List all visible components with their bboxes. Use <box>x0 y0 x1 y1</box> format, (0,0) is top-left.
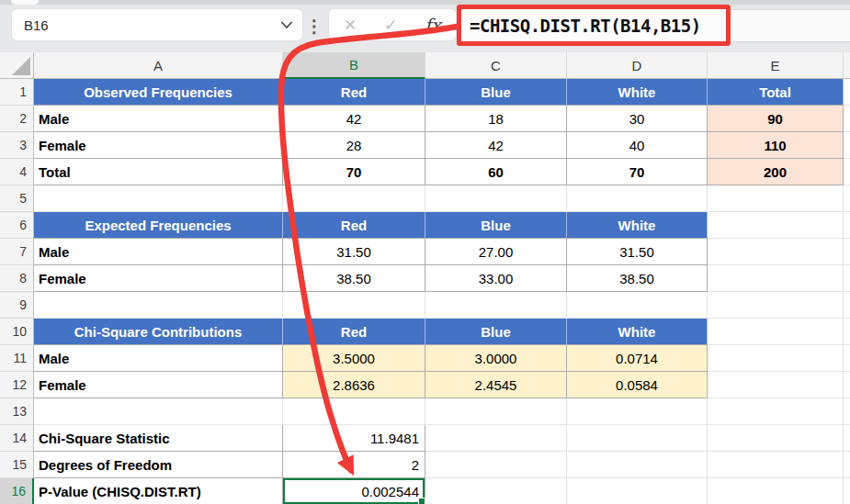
row-header-3[interactable]: 3 <box>0 132 34 159</box>
cell-C9[interactable] <box>425 292 567 319</box>
enter-icon[interactable]: ✓ <box>384 16 397 35</box>
cell-C3[interactable]: 42 <box>425 132 567 159</box>
cell-E8[interactable] <box>708 265 844 292</box>
cell-D7[interactable]: 31.50 <box>567 239 708 265</box>
cell-B8[interactable]: 38.50 <box>283 265 425 292</box>
cell-C2[interactable]: 18 <box>425 106 567 132</box>
cell-E13[interactable] <box>708 398 844 425</box>
cell-D8[interactable]: 38.50 <box>567 265 708 292</box>
cell-D5[interactable] <box>567 185 708 212</box>
cell-B2[interactable]: 42 <box>283 106 425 132</box>
cell-E16[interactable] <box>708 478 844 504</box>
cell-A16[interactable]: P-Value (CHISQ.DIST.RT) <box>34 478 283 504</box>
cell-A4[interactable]: Total <box>34 159 283 185</box>
cell-D15[interactable] <box>567 452 708 478</box>
cell-C10[interactable]: Blue <box>425 319 567 345</box>
cell-E11[interactable] <box>708 345 844 372</box>
column-header-A[interactable]: A <box>34 52 283 79</box>
cell-A2[interactable]: Male <box>34 106 283 132</box>
cell-C6[interactable]: Blue <box>425 212 567 239</box>
cell-D4[interactable]: 70 <box>567 159 708 185</box>
row-header-12[interactable]: 12 <box>0 372 34 398</box>
cell-E14[interactable] <box>708 425 844 452</box>
cell-A8[interactable]: Female <box>34 265 283 292</box>
cell-A14[interactable]: Chi-Square Statistic <box>34 425 283 452</box>
cell-A1[interactable]: Observed Frequencies <box>34 79 283 106</box>
cell-A7[interactable]: Male <box>34 239 283 265</box>
cell-C5[interactable] <box>425 185 567 212</box>
cell-B7[interactable]: 31.50 <box>283 239 425 265</box>
cell-C7[interactable]: 27.00 <box>425 239 567 265</box>
cell-B13[interactable] <box>283 398 425 425</box>
cell-B16[interactable]: 0.002544 <box>283 478 425 504</box>
row-header-2[interactable]: 2 <box>0 106 34 132</box>
name-box[interactable]: B16 <box>11 8 303 41</box>
row-header-1[interactable]: 1 <box>0 79 34 106</box>
cell-E3[interactable]: 110 <box>708 132 844 159</box>
column-header-E[interactable]: E <box>708 52 844 79</box>
cell-D10[interactable]: White <box>567 319 708 345</box>
cell-D6[interactable]: White <box>567 212 708 239</box>
cell-A10[interactable]: Chi-Square Contributions <box>34 319 283 345</box>
cell-A11[interactable]: Male <box>34 345 283 372</box>
cell-D11[interactable]: 0.0714 <box>567 345 708 372</box>
cell-B11[interactable]: 3.5000 <box>283 345 425 372</box>
cell-C12[interactable]: 2.4545 <box>425 372 567 398</box>
row-header-8[interactable]: 8 <box>0 265 34 292</box>
row-header-10[interactable]: 10 <box>0 319 34 345</box>
cell-A9[interactable] <box>34 292 283 319</box>
row-header-6[interactable]: 6 <box>0 212 34 239</box>
cell-E4[interactable]: 200 <box>708 159 844 185</box>
cell-D1[interactable]: White <box>567 79 708 106</box>
cell-E5[interactable] <box>708 185 844 212</box>
cell-D3[interactable]: 40 <box>567 132 708 159</box>
cell-A12[interactable]: Female <box>34 372 283 398</box>
cell-A3[interactable]: Female <box>34 132 283 159</box>
cell-A15[interactable]: Degrees of Freedom <box>34 452 283 478</box>
column-header-C[interactable]: C <box>425 52 567 79</box>
cell-C16[interactable] <box>425 478 567 504</box>
cell-B15[interactable]: 2 <box>283 452 425 478</box>
cell-B6[interactable]: Red <box>283 212 425 239</box>
cell-D16[interactable] <box>567 478 708 504</box>
cell-E2[interactable]: 90 <box>708 106 844 132</box>
cell-E9[interactable] <box>708 292 844 319</box>
chevron-down-icon[interactable] <box>280 21 293 29</box>
row-header-11[interactable]: 11 <box>0 345 34 372</box>
cell-C14[interactable] <box>425 425 567 452</box>
cell-E7[interactable] <box>708 239 844 265</box>
cell-E10[interactable] <box>708 319 844 345</box>
cell-A5[interactable] <box>34 185 283 212</box>
cell-A6[interactable]: Expected Frequencies <box>34 212 283 239</box>
cell-B10[interactable]: Red <box>283 319 425 345</box>
cell-E6[interactable] <box>708 212 844 239</box>
cell-C8[interactable]: 33.00 <box>425 265 567 292</box>
cell-E1[interactable]: Total <box>708 79 844 106</box>
cell-B3[interactable]: 28 <box>283 132 425 159</box>
cell-D12[interactable]: 0.0584 <box>567 372 708 398</box>
cell-B12[interactable]: 2.8636 <box>283 372 425 398</box>
row-header-4[interactable]: 4 <box>0 159 34 185</box>
cell-D14[interactable] <box>567 425 708 452</box>
cancel-icon[interactable]: ✕ <box>344 16 357 35</box>
row-header-9[interactable]: 9 <box>0 292 34 319</box>
fx-icon[interactable]: fx <box>425 15 441 35</box>
column-header-B[interactable]: B <box>283 52 425 79</box>
cell-C11[interactable]: 3.0000 <box>425 345 567 372</box>
cell-E15[interactable] <box>708 452 844 478</box>
cell-D13[interactable] <box>567 398 708 425</box>
row-header-15[interactable]: 15 <box>0 452 34 478</box>
cell-C13[interactable] <box>425 398 567 425</box>
cell-C1[interactable]: Blue <box>425 79 567 106</box>
row-header-7[interactable]: 7 <box>0 239 34 265</box>
cell-C15[interactable] <box>425 452 567 478</box>
cell-D2[interactable]: 30 <box>567 106 708 132</box>
row-header-5[interactable]: 5 <box>0 185 34 212</box>
cell-C4[interactable]: 60 <box>425 159 567 185</box>
cell-D9[interactable] <box>567 292 708 319</box>
cell-E12[interactable] <box>708 372 844 398</box>
cell-B9[interactable] <box>283 292 425 319</box>
column-header-D[interactable]: D <box>567 52 708 79</box>
cell-B5[interactable] <box>283 185 425 212</box>
more-options-kebab-icon[interactable]: ⋮ <box>307 7 322 44</box>
